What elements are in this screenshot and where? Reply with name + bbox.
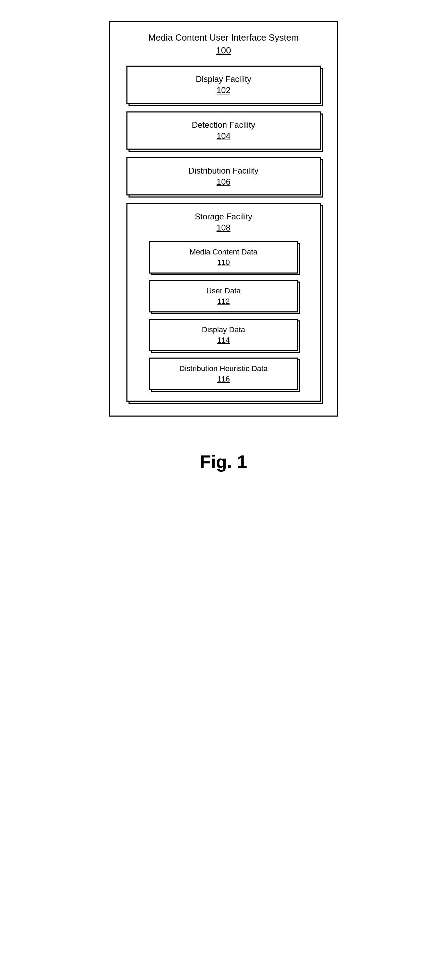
media-content-data-box: Media Content Data 110 <box>149 241 299 274</box>
detection-facility-box: Detection Facility 104 <box>126 111 321 150</box>
storage-facility-number: 108 <box>216 223 230 232</box>
user-data-wrapper: User Data 112 <box>149 280 299 312</box>
display-data-number: 114 <box>217 336 230 345</box>
distribution-heuristic-data-label: Distribution Heuristic Data <box>179 364 267 373</box>
distribution-facility-wrapper: Distribution Facility 106 <box>126 157 321 196</box>
display-facility-label: Display Facility <box>196 74 251 84</box>
media-content-data-number: 110 <box>217 258 230 267</box>
distribution-heuristic-data-box: Distribution Heuristic Data 116 <box>149 358 299 390</box>
display-facility-wrapper: Display Facility 102 <box>126 65 321 104</box>
media-content-data-wrapper: Media Content Data 110 <box>149 241 299 274</box>
user-data-label: User Data <box>206 286 241 296</box>
display-data-wrapper: Display Data 114 <box>149 319 299 351</box>
outer-system-title: Media Content User Interface System <box>148 32 299 43</box>
distribution-heuristic-data-number: 116 <box>217 375 230 383</box>
outer-system-box: Media Content User Interface System 100 … <box>109 21 338 417</box>
detection-facility-label: Detection Facility <box>192 120 255 130</box>
distribution-facility-number: 106 <box>216 177 230 187</box>
display-data-label: Display Data <box>202 325 245 334</box>
distribution-facility-label: Distribution Facility <box>188 166 259 176</box>
user-data-number: 112 <box>217 297 230 306</box>
figure-label: Fig. 1 <box>200 451 247 472</box>
outer-system-number: 100 <box>216 45 231 56</box>
media-content-data-label: Media Content Data <box>190 248 258 256</box>
page-container: Media Content User Interface System 100 … <box>0 21 447 472</box>
distribution-heuristic-data-wrapper: Distribution Heuristic Data 116 <box>149 358 299 390</box>
user-data-box: User Data 112 <box>149 280 299 312</box>
display-facility-box: Display Facility 102 <box>126 65 321 104</box>
storage-facility-box: Storage Facility 108 Media Content Data … <box>126 203 321 402</box>
storage-facility-wrapper: Storage Facility 108 Media Content Data … <box>126 203 321 402</box>
distribution-facility-box: Distribution Facility 106 <box>126 157 321 196</box>
display-data-box: Display Data 114 <box>149 319 299 351</box>
display-facility-number: 102 <box>216 85 230 95</box>
detection-facility-wrapper: Detection Facility 104 <box>126 111 321 150</box>
storage-facility-label: Storage Facility <box>195 212 252 221</box>
detection-facility-number: 104 <box>216 131 230 141</box>
